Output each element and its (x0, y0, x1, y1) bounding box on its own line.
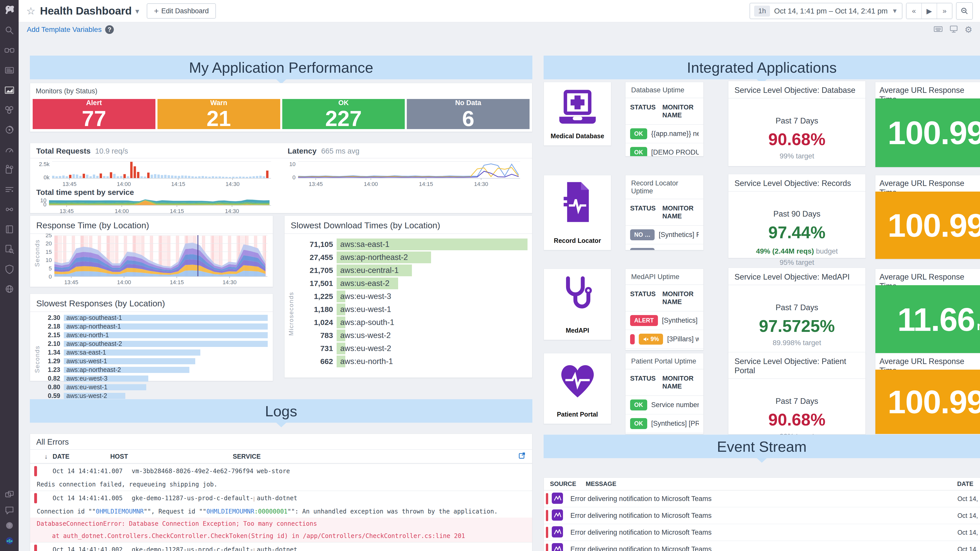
total-time-chart[interactable]: 10013:4514:0014:1514:30 (36, 197, 271, 213)
sidebar-item-log-explorer[interactable] (0, 239, 19, 259)
uptime-monitor-row[interactable]: 9%[3Pillars] web-st… (625, 330, 703, 349)
monitor-status-block-alert[interactable]: Alert77 (33, 99, 156, 129)
uptime-monitor-row[interactable]: OK{{app.name}} ne… (625, 125, 703, 143)
edit-dashboard-button[interactable]: +Edit Dashboard (147, 3, 216, 19)
slowest-responses-bars[interactable]: 2.30 aws:ap-southeast-1 2.18 aws:ap-nort… (38, 313, 268, 401)
uptime-monitor-row[interactable]: A[Siti] There are … (625, 349, 703, 350)
hbar-row[interactable]: 0.80 aws:eu-west-1 (38, 383, 268, 391)
slo-target: 95% target (729, 259, 865, 267)
slo-period: Past 90 Days (729, 210, 865, 219)
svg-text:14:15: 14:15 (170, 279, 184, 285)
monitors-by-status-widget: Monitors (by Status) Alert77 Warn21 OK22… (30, 83, 532, 132)
zoom-out-button[interactable] (956, 2, 973, 20)
total-requests-chart[interactable]: 2.5k0k13:4514:0014:1514:30 (36, 160, 271, 187)
hbar-row[interactable]: 0.82 aws:eu-west-3 (38, 375, 268, 382)
event-row[interactable]: Error delivering notification to Microso… (544, 524, 980, 541)
uptime-monitor-row[interactable]: OK[Synthetics] [PR… (625, 414, 703, 433)
sidebar-item-dashboards[interactable] (0, 80, 19, 100)
hbar-row[interactable]: 71,105 aws:sa-east-1 (292, 238, 528, 250)
sidebar-item-support-chat[interactable] (0, 503, 19, 518)
hbar-row[interactable]: 783 aws:us-west-2 (292, 330, 528, 341)
hbar-row[interactable]: 21,705 aws:eu-central-1 (292, 265, 528, 276)
log-entry[interactable]: Oct 14 14:41:41.005gke-demo-11287-us-pro… (30, 491, 532, 542)
hbar-row[interactable]: 731 aws:eu-west-2 (292, 343, 528, 354)
hbar-row[interactable]: 1.23 aws:ap-northeast-2 (38, 366, 268, 373)
app-icon-card-medical-database[interactable]: Medical Database (544, 82, 611, 146)
sidebar-item-user-avatar[interactable] (0, 533, 19, 548)
monitor-status-block-warn[interactable]: Warn21 (158, 99, 280, 129)
log-entry[interactable]: Oct 14 14:41:41.007vm-3bb28468-8026-49e2… (30, 464, 532, 491)
latency-chart[interactable]: 10013:4514:0014:1514:30 (285, 160, 520, 187)
time-forward-button[interactable]: » (937, 3, 952, 19)
hbar-row[interactable]: 662 aws:eu-north-1 (292, 356, 528, 367)
uptime-monitor-row[interactable]: OK[DEMO PRODUC… (625, 143, 703, 156)
sidebar-item-synthetics[interactable] (0, 279, 19, 299)
uptime-monitor-row[interactable]: OKService number-… (625, 396, 703, 414)
hbar-row[interactable]: 1.34 aws:sa-east-1 (38, 349, 268, 356)
monitor-status-block-no-data[interactable]: No Data6 (407, 99, 530, 129)
sidebar-item-search[interactable] (0, 21, 19, 40)
sidebar-item-infrastructure[interactable] (0, 100, 19, 120)
app-icon-card-medapi[interactable]: MedAPI (544, 268, 611, 340)
widget-title: All Errors (30, 434, 532, 450)
log-entry[interactable]: Oct 14 14:41:41.002gke-demo-11287-us-pro… (30, 542, 532, 551)
slo-target: 99% target (729, 152, 865, 160)
title-chevron-down-icon[interactable]: ▾ (135, 6, 139, 16)
response-time-chart[interactable]: 051015202513:4514:0014:1514:30 (40, 233, 270, 285)
sidebar-item-notebooks[interactable] (0, 219, 19, 239)
app-icon-card-record-locator[interactable]: Record Locator (544, 175, 611, 250)
app-name: Record Locator (554, 237, 601, 246)
hbar-row[interactable]: 17,501 aws:us-east-2 (292, 278, 528, 289)
datadog-logo-icon[interactable] (0, 0, 19, 21)
widget-title: Patient Portal Uptime (625, 353, 703, 369)
hbar-row[interactable]: 1,180 aws:eu-west-1 (292, 303, 528, 315)
help-icon[interactable]: ? (105, 25, 114, 34)
sidebar-item-workflows[interactable] (0, 487, 19, 503)
sidebar-item-logs[interactable] (0, 179, 19, 200)
svg-text:14:00: 14:00 (117, 181, 131, 187)
sidebar-item-events[interactable] (0, 60, 19, 80)
hbar-row[interactable]: 1,225 aws:eu-west-3 (292, 291, 528, 302)
hbar-row[interactable]: 2.10 aws:ap-southeast-2 (38, 340, 268, 348)
sidebar-item-help[interactable]: ? (0, 518, 19, 533)
widget-title: Service Level Objective: Records (729, 174, 865, 192)
widget-title: Service Level Objective: Patient Portal (729, 352, 865, 379)
time-play-button[interactable]: ▶ (922, 3, 937, 19)
sidebar-item-security[interactable] (0, 259, 19, 279)
favorite-star-icon[interactable]: ☆ (26, 5, 35, 17)
avg-response-widget: Average URL Response Time 100.99ms (875, 82, 980, 167)
app-icon-card-patient-portal[interactable]: Patient Portal (544, 353, 611, 424)
hbar-row[interactable]: 1.29 aws:us-west-1 (38, 357, 268, 365)
uptime-widget: Database Uptime STATUSMONITOR NAME OK{{a… (625, 82, 703, 156)
event-row[interactable]: Error delivering notification to Microso… (544, 541, 980, 551)
slowest-download-bars[interactable]: 71,105 aws:sa-east-1 27,455 aws:ap-north… (292, 237, 528, 368)
uptime-monitor-row[interactable]: NO …[Synthetics] Fati… (625, 226, 703, 245)
time-back-button[interactable]: « (907, 3, 922, 19)
event-row[interactable]: Error delivering notification to Microso… (544, 491, 980, 507)
hbar-row[interactable]: 2.30 aws:ap-southeast-1 (38, 314, 268, 321)
sidebar-item-watchdog[interactable] (0, 40, 19, 60)
sidebar-item-integrations[interactable] (0, 160, 19, 179)
uptime-monitor-row[interactable]: ALERT[Synthetics] sho… (625, 311, 703, 330)
uptime-monitor-row[interactable]: NO …[Synthetics] DAS… (625, 245, 703, 250)
sidebar-item-ci-pipelines[interactable] (0, 200, 19, 219)
hbar-row[interactable]: 0.59 aws:us-west-2 (38, 392, 268, 400)
hbar-row[interactable]: 2.15 aws:eu-north-1 (38, 331, 268, 339)
open-in-log-explorer-icon[interactable] (518, 452, 525, 461)
monitor-status-block-ok[interactable]: OK227 (282, 99, 405, 129)
all-errors-log-widget: All Errors ↓ DATEHOSTSERVICE Oct 14 14:4… (30, 433, 532, 551)
hbar-row[interactable]: 2.18 aws:ap-northeast-1 (38, 323, 268, 330)
slo-widget: Service Level Objective: Database Past 7… (728, 81, 865, 166)
sidebar-item-apm[interactable] (0, 120, 19, 140)
total-time-label: Total time spent by service (36, 188, 134, 197)
hbar-row[interactable]: 27,455 aws:ap-northeast-2 (292, 251, 528, 263)
event-row[interactable]: Error delivering notification to Microso… (544, 507, 980, 524)
uptime-monitor-row[interactable]: OKService ad-aucti… (625, 433, 703, 434)
sidebar-item-metrics[interactable] (0, 140, 19, 160)
hbar-row[interactable]: 1,024 aws:ap-south-1 (292, 317, 528, 328)
svg-text:0: 0 (293, 174, 296, 181)
patient-portal-icon (556, 359, 599, 403)
sort-arrow-icon[interactable]: ↓ (45, 453, 48, 460)
add-template-variables-link[interactable]: Add Template Variables (27, 25, 102, 34)
time-range-picker[interactable]: 1h Oct 14, 1:41 pm – Oct 14, 2:41 pm ▼ (749, 3, 902, 19)
